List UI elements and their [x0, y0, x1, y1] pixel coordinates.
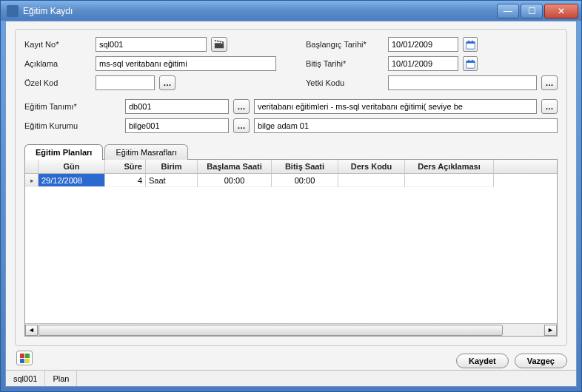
scroll-right-icon[interactable]: ►: [544, 325, 557, 336]
baslangic-calendar-icon[interactable]: [463, 37, 478, 52]
grid-header-gun[interactable]: Gün: [39, 160, 105, 173]
form-panel: Kayıt No* Açıklama Özel Kod …: [15, 29, 567, 346]
grid-body[interactable]: 29/12/2008 4 Saat 00:00 00:00: [25, 174, 557, 323]
app-window: Eğitim Kaydı — ☐ ✕ Kayıt No* Aç: [0, 0, 582, 392]
cell-gun[interactable]: 29/12/2008: [39, 174, 105, 187]
baslangic-tarihi-label: Başlangıç Tarihi*: [306, 40, 384, 49]
color-picker-button[interactable]: [16, 351, 33, 365]
cell-bitis[interactable]: 00:00: [272, 174, 338, 187]
bitis-calendar-icon[interactable]: [463, 56, 478, 71]
footer-buttons: Kaydet Vazgeç: [6, 351, 576, 370]
tabs-area: Eğitim Planları Eğitim Masrafları Gün Sü…: [24, 143, 558, 337]
ozel-kod-lookup-button[interactable]: …: [159, 75, 175, 90]
grid-header-bitis[interactable]: Bitiş Saati: [272, 160, 338, 173]
grid-header-ders-kodu[interactable]: Ders Kodu: [338, 160, 405, 173]
statusbar-cell-1: sql001: [6, 371, 45, 386]
egitim-tanimi-kod-input[interactable]: [125, 99, 229, 114]
horizontal-scrollbar[interactable]: ◄ ►: [25, 323, 557, 336]
cell-baslama[interactable]: 00:00: [198, 174, 272, 187]
cell-ders-kodu[interactable]: [338, 174, 405, 187]
cell-birim[interactable]: Saat: [146, 174, 198, 187]
window-controls: — ☐ ✕: [497, 4, 578, 18]
scroll-thumb[interactable]: [39, 325, 503, 336]
app-icon: [7, 5, 19, 17]
aciklama-input[interactable]: [96, 56, 276, 71]
egitim-kurumu-lookup-button[interactable]: …: [233, 118, 250, 133]
client-area: Kayıt No* Açıklama Özel Kod …: [5, 21, 577, 387]
kayit-no-input[interactable]: [96, 37, 207, 52]
statusbar: sql001 Plan: [6, 370, 576, 386]
maximize-button[interactable]: ☐: [521, 4, 543, 18]
tabstrip: Eğitim Planları Eğitim Masrafları: [24, 143, 558, 159]
egitim-tanimi-lookup-button[interactable]: …: [233, 99, 250, 114]
tab-egitim-planlari[interactable]: Eğitim Planları: [24, 144, 103, 160]
yetki-kodu-input[interactable]: [388, 75, 537, 90]
svg-rect-7: [468, 40, 469, 41]
row-indicator-icon: [25, 174, 39, 187]
svg-rect-0: [215, 43, 224, 48]
grid-header-birim[interactable]: Birim: [146, 160, 198, 173]
top-columns: Kayıt No* Açıklama Özel Kod …: [24, 37, 558, 95]
close-button[interactable]: ✕: [544, 4, 578, 18]
cell-sure[interactable]: 4: [105, 174, 146, 187]
grid-header-sure[interactable]: Süre: [105, 160, 146, 173]
tab-label: Eğitim Planları: [36, 148, 92, 157]
table-row[interactable]: 29/12/2008 4 Saat 00:00 00:00: [25, 174, 557, 187]
svg-rect-12: [472, 59, 473, 61]
egitim-kurumu-kod-input[interactable]: [125, 118, 229, 133]
svg-rect-6: [466, 41, 474, 43]
svg-rect-10: [466, 61, 474, 62]
yetki-kodu-lookup-button[interactable]: …: [541, 75, 558, 90]
tab-panel-planlari: Gün Süre Birim Başlama Saati Bitiş Saati…: [24, 159, 558, 337]
egitim-tanimi-label: Eğitim Tanımı*: [24, 102, 121, 111]
right-column: Başlangıç Tarihi* Bitiş Tarihi*: [306, 37, 558, 95]
egitim-tanimi-aciklama-input[interactable]: [254, 99, 537, 114]
titlebar: Eğitim Kaydı — ☐ ✕: [1, 1, 581, 21]
scroll-track[interactable]: [39, 325, 543, 336]
egitim-tanimi-aciklama-lookup-button[interactable]: …: [541, 99, 558, 114]
grid-header: Gün Süre Birim Başlama Saati Bitiş Saati…: [25, 160, 557, 174]
cell-ders-aciklamasi[interactable]: [405, 174, 494, 187]
grid-header-baslama[interactable]: Başlama Saati: [198, 160, 272, 173]
egitim-kurumu-aciklama-input[interactable]: [254, 118, 558, 133]
yetki-kodu-label: Yetki Kodu: [306, 78, 384, 87]
baslangic-tarihi-input[interactable]: [388, 37, 458, 52]
tab-egitim-masraflari[interactable]: Eğitim Masrafları: [104, 144, 188, 160]
grid-header-ders-aciklamasi[interactable]: Ders Açıklaması: [405, 160, 494, 173]
statusbar-cell-2: Plan: [45, 371, 77, 386]
egitim-kurumu-label: Eğitim Kurumu: [24, 121, 121, 130]
vazgec-button[interactable]: Vazgeç: [515, 354, 567, 368]
bitis-tarihi-input[interactable]: [388, 56, 458, 71]
kaydet-button[interactable]: Kaydet: [456, 354, 509, 368]
window-title: Eğitim Kaydı: [23, 6, 497, 16]
ozel-kod-input[interactable]: [96, 75, 155, 90]
left-column: Kayıt No* Açıklama Özel Kod …: [24, 37, 276, 95]
svg-rect-8: [472, 40, 473, 41]
ozel-kod-label: Özel Kod: [24, 78, 91, 87]
svg-rect-11: [468, 59, 469, 61]
scroll-left-icon[interactable]: ◄: [25, 325, 38, 336]
clapper-icon[interactable]: [211, 37, 227, 52]
aciklama-label: Açıklama: [24, 59, 91, 68]
minimize-button[interactable]: —: [497, 4, 519, 18]
kayit-no-label: Kayıt No*: [24, 40, 91, 49]
bitis-tarihi-label: Bitiş Tarihi*: [306, 59, 384, 68]
grid-header-select[interactable]: [25, 160, 39, 173]
